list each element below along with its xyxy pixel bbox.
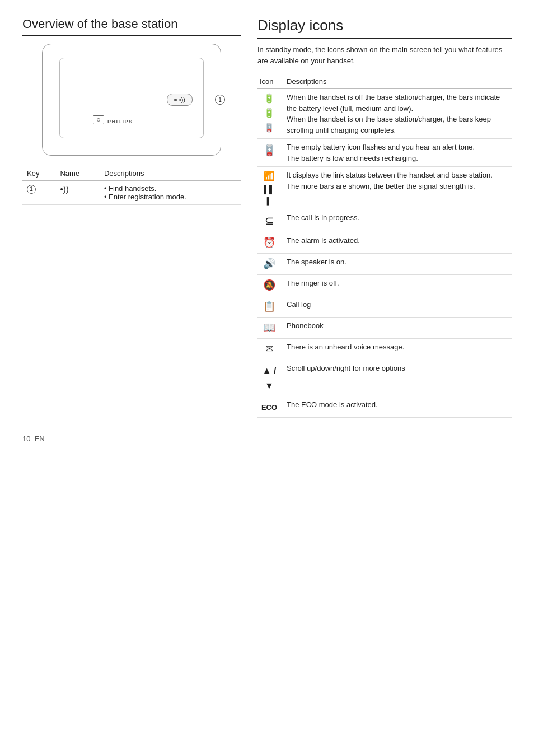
handset-top-right [100,114,102,115]
table-row: ⊆ The call is in progress. [257,209,512,232]
table-row: ▲ / ▼ Scroll up/down/right for more opti… [257,360,512,396]
desc-list: Find handsets. Enter registration mode. [104,184,236,201]
call-desc: The call is in progress. [284,209,512,232]
handset-top-left [95,114,97,115]
scroll-desc: Scroll up/down/right for more options [284,360,512,396]
calllog-desc: Call log [284,296,512,318]
handset-icon: PHILIPS [93,115,133,124]
key-1-bubble: 1 [215,95,225,105]
table-row: 🪫 The empty battery icon flashes and you… [257,139,512,167]
alarm-icon-cell: ⏰ [257,232,284,254]
eco-desc: The ECO mode is activated. [284,396,512,418]
desc-col-header: Descriptions [284,74,512,89]
phonebook-icon: 📖 [263,322,275,333]
left-column: Overview of the base station PHILIPS •)) [22,17,241,418]
calllog-icon: 📋 [263,301,275,312]
voicemail-icon-cell: ✉ [257,339,284,360]
eco-icon: ECO [261,403,277,412]
find-button-dot [174,99,177,101]
call-icon: ⊆ [265,214,274,227]
philips-text: PHILIPS [107,119,133,124]
name-col-header: Name [55,166,99,181]
left-section-title: Overview of the base station [22,17,241,36]
speaker-icon-cell: 🔊 [257,254,284,275]
battery-stack-icon: 🔋 🔋 🪫 [259,92,280,134]
table-row: 🔋 🔋 🪫 When the handset is off the base s… [257,89,512,139]
key-col-header: Key [22,166,55,181]
desc-item-2: Enter registration mode. [104,193,236,201]
battery-empty-icon-cell: 🪫 [257,139,284,167]
handset-circle [97,118,100,122]
scroll-icon: ▲ / ▼ [263,366,277,390]
wave-icon: •)) [60,184,68,194]
intro-text: In standby mode, the icons shown on the … [257,44,512,66]
table-row: 1 •)) Find handsets. Enter registration … [22,181,241,205]
phonebook-icon-cell: 📖 [257,318,284,339]
scroll-icon-cell: ▲ / ▼ [257,360,284,396]
handset-shape [93,115,104,124]
table-row: 🔕 The ringer is off. [257,275,512,296]
table-row: ✉ There is an unheard voice message. [257,339,512,360]
battery-stack-desc: When the handset is off the base station… [284,89,512,139]
battery-empty-desc: The empty battery icon flashes and you h… [284,139,512,167]
base-station-diagram: PHILIPS •)) 1 [42,44,221,156]
battery-full-icon: 🔋 [264,92,275,105]
right-section-title: Display icons [257,17,512,39]
right-column: Display icons In standby mode, the icons… [257,17,512,418]
find-button: •)) [167,94,193,106]
key-cell: 1 [22,181,55,205]
icon-col-header: Icon [257,74,284,89]
call-icon-cell: ⊆ [257,209,284,232]
signal-high: 📶 [264,170,275,183]
table-row: ⏰ The alarm is activated. [257,232,512,254]
table-row: 🔊 The speaker is on. [257,254,512,275]
battery-stack-icon-cell: 🔋 🔋 🪫 [257,89,284,139]
phonebook-desc: Phonebook [284,318,512,339]
desc-col-header: Descriptions [100,166,241,181]
voicemail-icon: ✉ [265,343,274,354]
table-row: 📋 Call log [257,296,512,318]
key-table: Key Name Descriptions 1 •)) Find handset… [22,166,241,205]
ringer-icon-cell: 🔕 [257,275,284,296]
find-button-wave: •)) [179,96,185,103]
alarm-icon: ⏰ [263,237,275,248]
page-footer: 10 EN [22,435,512,443]
voicemail-desc: There is an unheard voice message. [284,339,512,360]
speaker-icon: 🔊 [263,258,275,269]
battery-empty-icon: 🪫 [263,144,277,156]
table-row: ECO The ECO mode is activated. [257,396,512,418]
speaker-desc: The speaker is on. [284,254,512,275]
page-layout: Overview of the base station PHILIPS •)) [22,17,512,418]
ringer-off-icon: 🔕 [263,279,275,291]
language: EN [35,435,45,443]
key-number-1: 1 [27,185,36,194]
display-icons-table: Icon Descriptions 🔋 🔋 🪫 When the handset… [257,74,512,418]
signal-low: ▌ [267,196,272,206]
battery-med-icon: 🔋 [264,106,275,120]
page-number: 10 [22,435,30,443]
desc-item-1: Find handsets. [104,184,236,193]
table-row: 📶 ▌▌ ▌ It displays the link status betwe… [257,167,512,209]
alarm-desc: The alarm is activated. [284,232,512,254]
signal-icon-cell: 📶 ▌▌ ▌ [257,167,284,209]
signal-med: ▌▌ [264,184,275,195]
name-cell: •)) [55,181,99,205]
calllog-icon-cell: 📋 [257,296,284,318]
eco-icon-cell: ECO [257,396,284,418]
ringer-desc: The ringer is off. [284,275,512,296]
desc-cell: Find handsets. Enter registration mode. [100,181,241,205]
signal-bars-icon: 📶 ▌▌ ▌ [259,170,280,206]
table-row: 📖 Phonebook [257,318,512,339]
battery-low-icon: 🪫 [264,121,275,134]
signal-desc: It displays the link status between the … [284,167,512,209]
